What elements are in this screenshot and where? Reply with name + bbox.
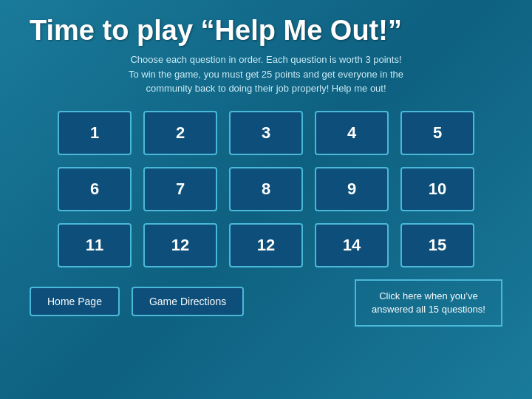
- page-title: Time to play “Help Me Out!”: [30, 15, 502, 47]
- question-btn-2[interactable]: 2: [143, 111, 217, 155]
- click-here-box[interactable]: Click here when you’ve answered all 15 q…: [355, 279, 502, 327]
- question-btn-12[interactable]: 12: [143, 223, 217, 267]
- question-btn-10[interactable]: 10: [400, 167, 474, 211]
- question-btn-6[interactable]: 6: [58, 167, 132, 211]
- question-btn-4[interactable]: 4: [315, 111, 389, 155]
- question-btn-15[interactable]: 15: [400, 223, 474, 267]
- subtitle-text: Choose each question in order. Each ques…: [30, 52, 502, 96]
- bottom-nav: Home Page Game Directions Click here whe…: [30, 287, 502, 316]
- main-container: Time to play “Help Me Out!” Choose each …: [0, 0, 532, 399]
- question-btn-14[interactable]: 14: [315, 223, 389, 267]
- question-btn-5[interactable]: 5: [400, 111, 474, 155]
- question-btn-11[interactable]: 11: [58, 223, 132, 267]
- home-page-button[interactable]: Home Page: [30, 287, 120, 316]
- question-btn-7[interactable]: 7: [143, 167, 217, 211]
- question-grid: 1 2 3 4 5 6 7 8 9 10 11 12 12 14 15: [58, 111, 474, 267]
- question-btn-13[interactable]: 12: [229, 223, 303, 267]
- question-btn-9[interactable]: 9: [315, 167, 389, 211]
- question-btn-8[interactable]: 8: [229, 167, 303, 211]
- game-directions-button[interactable]: Game Directions: [132, 287, 244, 316]
- question-btn-3[interactable]: 3: [229, 111, 303, 155]
- question-btn-1[interactable]: 1: [58, 111, 132, 155]
